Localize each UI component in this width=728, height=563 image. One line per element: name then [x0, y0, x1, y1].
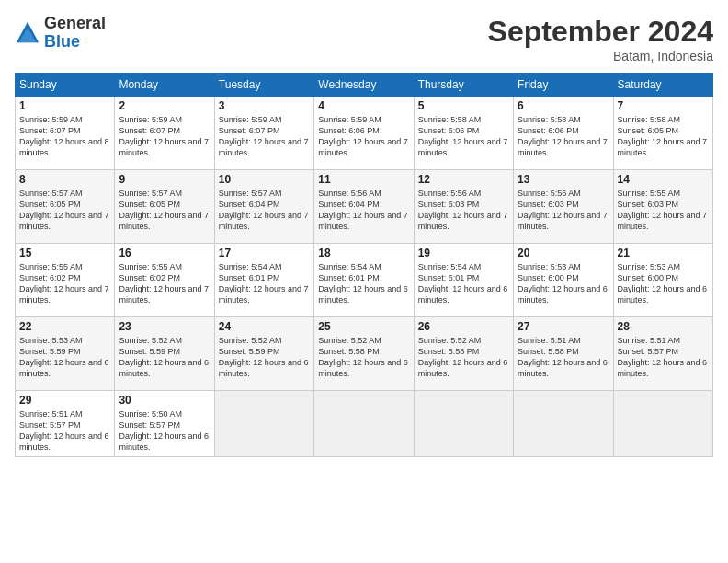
- day-info: Sunrise: 5:50 AM Sunset: 5:57 PM Dayligh…: [119, 408, 210, 454]
- day-info: Sunrise: 5:58 AM Sunset: 6:06 PM Dayligh…: [518, 114, 609, 159]
- day-number: 9: [119, 173, 210, 186]
- day-info: Sunrise: 5:57 AM Sunset: 6:05 PM Dayligh…: [119, 188, 210, 233]
- page: General Blue September 2024 Batam, Indon…: [0, 0, 728, 563]
- table-row: 17 Sunrise: 5:54 AM Sunset: 6:01 PM Dayl…: [214, 244, 313, 317]
- day-info: Sunrise: 5:54 AM Sunset: 6:01 PM Dayligh…: [318, 261, 409, 306]
- col-wednesday: Wednesday: [314, 74, 414, 97]
- day-number: 16: [119, 247, 210, 259]
- day-info: Sunrise: 5:53 AM Sunset: 6:00 PM Dayligh…: [518, 261, 609, 306]
- table-row: 1 Sunrise: 5:59 AM Sunset: 6:07 PM Dayli…: [16, 97, 115, 170]
- day-info: Sunrise: 5:55 AM Sunset: 6:02 PM Dayligh…: [19, 261, 110, 306]
- table-row: [613, 391, 712, 457]
- table-row: 13 Sunrise: 5:56 AM Sunset: 6:03 PM Dayl…: [514, 170, 613, 244]
- day-number: 24: [219, 320, 310, 333]
- day-number: 19: [418, 247, 509, 259]
- table-row: 15 Sunrise: 5:55 AM Sunset: 6:02 PM Dayl…: [16, 244, 115, 317]
- col-sunday: Sunday: [16, 74, 115, 97]
- day-number: 7: [618, 99, 709, 112]
- day-number: 28: [618, 320, 709, 333]
- day-number: 1: [19, 99, 110, 112]
- table-row: 11 Sunrise: 5:56 AM Sunset: 6:04 PM Dayl…: [314, 170, 414, 244]
- day-number: 18: [318, 247, 409, 259]
- day-info: Sunrise: 5:56 AM Sunset: 6:04 PM Dayligh…: [318, 188, 409, 233]
- col-saturday: Saturday: [613, 74, 712, 97]
- table-row: 9 Sunrise: 5:57 AM Sunset: 6:05 PM Dayli…: [115, 170, 214, 244]
- day-number: 20: [518, 247, 609, 259]
- logo-text: General Blue: [44, 15, 106, 52]
- day-number: 17: [219, 247, 310, 259]
- day-number: 26: [418, 320, 509, 333]
- table-row: 30 Sunrise: 5:50 AM Sunset: 5:57 PM Dayl…: [115, 391, 214, 457]
- col-monday: Monday: [115, 74, 214, 97]
- location: Batam, Indonesia: [488, 49, 713, 63]
- table-row: 20 Sunrise: 5:53 AM Sunset: 6:00 PM Dayl…: [514, 244, 613, 317]
- day-number: 6: [518, 99, 609, 112]
- day-info: Sunrise: 5:52 AM Sunset: 5:59 PM Dayligh…: [219, 335, 310, 380]
- day-number: 2: [119, 99, 210, 112]
- day-info: Sunrise: 5:51 AM Sunset: 5:57 PM Dayligh…: [618, 335, 709, 380]
- table-row: [214, 391, 313, 457]
- day-info: Sunrise: 5:53 AM Sunset: 5:59 PM Dayligh…: [19, 335, 110, 380]
- table-row: 2 Sunrise: 5:59 AM Sunset: 6:07 PM Dayli…: [115, 97, 214, 170]
- day-info: Sunrise: 5:53 AM Sunset: 6:00 PM Dayligh…: [618, 261, 709, 306]
- col-tuesday: Tuesday: [214, 74, 313, 97]
- day-info: Sunrise: 5:52 AM Sunset: 5:58 PM Dayligh…: [418, 335, 509, 380]
- day-number: 8: [19, 173, 110, 186]
- day-info: Sunrise: 5:59 AM Sunset: 6:07 PM Dayligh…: [19, 114, 110, 159]
- header: General Blue September 2024 Batam, Indon…: [15, 15, 713, 63]
- day-info: Sunrise: 5:58 AM Sunset: 6:05 PM Dayligh…: [618, 114, 709, 159]
- col-friday: Friday: [514, 74, 613, 97]
- day-info: Sunrise: 5:59 AM Sunset: 6:07 PM Dayligh…: [119, 114, 210, 159]
- day-info: Sunrise: 5:56 AM Sunset: 6:03 PM Dayligh…: [418, 188, 509, 233]
- table-row: 14 Sunrise: 5:55 AM Sunset: 6:03 PM Dayl…: [613, 170, 712, 244]
- table-row: 22 Sunrise: 5:53 AM Sunset: 5:59 PM Dayl…: [16, 317, 115, 391]
- table-row: 29 Sunrise: 5:51 AM Sunset: 5:57 PM Dayl…: [16, 391, 115, 457]
- table-row: 7 Sunrise: 5:58 AM Sunset: 6:05 PM Dayli…: [613, 97, 712, 170]
- table-row: 26 Sunrise: 5:52 AM Sunset: 5:58 PM Dayl…: [414, 317, 513, 391]
- day-info: Sunrise: 5:56 AM Sunset: 6:03 PM Dayligh…: [518, 188, 609, 233]
- table-row: 21 Sunrise: 5:53 AM Sunset: 6:00 PM Dayl…: [613, 244, 712, 317]
- table-row: 6 Sunrise: 5:58 AM Sunset: 6:06 PM Dayli…: [514, 97, 613, 170]
- day-info: Sunrise: 5:58 AM Sunset: 6:06 PM Dayligh…: [418, 114, 509, 159]
- table-row: 3 Sunrise: 5:59 AM Sunset: 6:07 PM Dayli…: [214, 97, 313, 170]
- table-row: 24 Sunrise: 5:52 AM Sunset: 5:59 PM Dayl…: [214, 317, 313, 391]
- day-number: 23: [119, 320, 210, 333]
- day-info: Sunrise: 5:51 AM Sunset: 5:57 PM Dayligh…: [19, 408, 110, 454]
- calendar-header-row: Sunday Monday Tuesday Wednesday Thursday…: [16, 74, 713, 97]
- day-number: 4: [318, 99, 409, 112]
- table-row: [314, 391, 414, 457]
- title-section: September 2024 Batam, Indonesia: [488, 15, 713, 63]
- logo: General Blue: [15, 15, 106, 52]
- day-number: 25: [318, 320, 409, 333]
- table-row: 27 Sunrise: 5:51 AM Sunset: 5:58 PM Dayl…: [514, 317, 613, 391]
- table-row: 4 Sunrise: 5:59 AM Sunset: 6:06 PM Dayli…: [314, 97, 414, 170]
- day-number: 22: [19, 320, 110, 333]
- col-thursday: Thursday: [414, 74, 513, 97]
- table-row: 18 Sunrise: 5:54 AM Sunset: 6:01 PM Dayl…: [314, 244, 414, 317]
- logo-general: General: [44, 15, 106, 33]
- day-info: Sunrise: 5:57 AM Sunset: 6:05 PM Dayligh…: [19, 188, 110, 233]
- day-info: Sunrise: 5:59 AM Sunset: 6:07 PM Dayligh…: [219, 114, 310, 159]
- table-row: 12 Sunrise: 5:56 AM Sunset: 6:03 PM Dayl…: [414, 170, 513, 244]
- day-info: Sunrise: 5:54 AM Sunset: 6:01 PM Dayligh…: [219, 261, 310, 306]
- calendar-table: Sunday Monday Tuesday Wednesday Thursday…: [15, 73, 713, 457]
- table-row: 25 Sunrise: 5:52 AM Sunset: 5:58 PM Dayl…: [314, 317, 414, 391]
- table-row: [414, 391, 513, 457]
- day-number: 15: [19, 247, 110, 259]
- logo-blue: Blue: [44, 33, 106, 52]
- table-row: 10 Sunrise: 5:57 AM Sunset: 6:04 PM Dayl…: [214, 170, 313, 244]
- day-info: Sunrise: 5:59 AM Sunset: 6:06 PM Dayligh…: [318, 114, 409, 159]
- day-number: 12: [418, 173, 509, 186]
- day-info: Sunrise: 5:52 AM Sunset: 5:59 PM Dayligh…: [119, 335, 210, 380]
- day-number: 11: [318, 173, 409, 186]
- day-number: 27: [518, 320, 609, 333]
- day-number: 21: [618, 247, 709, 259]
- table-row: 23 Sunrise: 5:52 AM Sunset: 5:59 PM Dayl…: [115, 317, 214, 391]
- table-row: 28 Sunrise: 5:51 AM Sunset: 5:57 PM Dayl…: [613, 317, 712, 391]
- table-row: [514, 391, 613, 457]
- day-number: 29: [19, 394, 110, 407]
- day-number: 13: [518, 173, 609, 186]
- day-number: 30: [119, 394, 210, 407]
- day-info: Sunrise: 5:51 AM Sunset: 5:58 PM Dayligh…: [518, 335, 609, 380]
- table-row: 5 Sunrise: 5:58 AM Sunset: 6:06 PM Dayli…: [414, 97, 513, 170]
